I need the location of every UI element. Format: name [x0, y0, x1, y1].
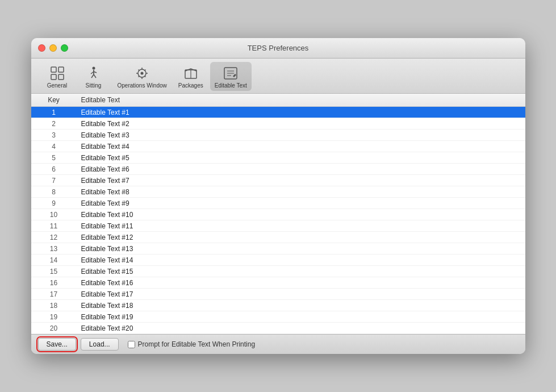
row-key: 9: [31, 199, 77, 207]
editable-text-icon: [221, 64, 240, 82]
table-row[interactable]: 15Editable Text #15: [31, 266, 525, 277]
row-key: 5: [31, 154, 77, 162]
svg-line-18: [145, 70, 146, 71]
row-text: Editable Text #14: [77, 256, 525, 264]
table-row[interactable]: 2Editable Text #2: [31, 118, 525, 130]
table-row[interactable]: 18Editable Text #18: [31, 300, 525, 311]
sitting-label: Sitting: [86, 82, 102, 89]
table-row[interactable]: 1Editable Text #1: [31, 107, 525, 118]
svg-line-19: [139, 76, 140, 77]
row-text: Editable Text #3: [77, 131, 525, 139]
svg-line-9: [94, 74, 96, 78]
prompt-checkbox-group: Prompt for Editable Text When Printing: [128, 340, 256, 348]
sitting-icon: [85, 64, 103, 82]
main-window: TEPS Preferences General: [31, 38, 525, 354]
table-header: Key Editable Text: [31, 94, 525, 107]
toolbar-sitting[interactable]: Sitting: [77, 62, 111, 91]
row-key: 8: [31, 188, 77, 196]
general-icon: [48, 64, 66, 82]
row-key: 11: [31, 222, 77, 230]
svg-line-17: [145, 76, 146, 77]
row-key: 20: [31, 324, 77, 332]
toolbar-general[interactable]: General: [40, 62, 74, 91]
table-body[interactable]: 1Editable Text #12Editable Text #23Edita…: [31, 107, 525, 334]
row-text: Editable Text #2: [77, 120, 525, 128]
row-text: Editable Text #16: [77, 279, 525, 287]
row-text: Editable Text #9: [77, 199, 525, 207]
title-bar: TEPS Preferences: [31, 38, 525, 59]
packages-label: Packages: [178, 82, 203, 89]
svg-line-8: [91, 74, 94, 78]
table-row[interactable]: 16Editable Text #16: [31, 277, 525, 289]
table-row[interactable]: 8Editable Text #8: [31, 186, 525, 198]
row-text: Editable Text #19: [77, 313, 525, 321]
table-row[interactable]: 13Editable Text #13: [31, 243, 525, 255]
load-button[interactable]: Load...: [81, 338, 119, 351]
general-label: General: [47, 82, 68, 89]
row-text: Editable Text #6: [77, 165, 525, 173]
table-row[interactable]: 12Editable Text #12: [31, 232, 525, 243]
row-key: 17: [31, 290, 77, 298]
table-row[interactable]: 10Editable Text #10: [31, 209, 525, 220]
row-key: 18: [31, 302, 77, 310]
table-row[interactable]: 5Editable Text #5: [31, 152, 525, 164]
table-row[interactable]: 20Editable Text #20: [31, 323, 525, 334]
row-text: Editable Text #18: [77, 302, 525, 310]
row-key: 13: [31, 245, 77, 253]
operations-window-icon: [133, 64, 151, 82]
row-key: 4: [31, 143, 77, 151]
table-row[interactable]: 11Editable Text #11: [31, 220, 525, 232]
row-text: Editable Text #4: [77, 143, 525, 151]
row-text: Editable Text #13: [77, 245, 525, 253]
table-row[interactable]: 6Editable Text #6: [31, 164, 525, 175]
svg-point-11: [141, 72, 144, 75]
row-text: Editable Text #10: [77, 211, 525, 219]
table-row[interactable]: 7Editable Text #7: [31, 175, 525, 186]
row-key: 19: [31, 313, 77, 321]
row-key: 1: [31, 109, 77, 116]
row-text: Editable Text #8: [77, 188, 525, 196]
row-text: Editable Text #12: [77, 233, 525, 241]
operations-window-label: Operations Window: [118, 82, 167, 89]
column-text-header: Editable Text: [77, 96, 525, 104]
row-key: 7: [31, 177, 77, 185]
row-text: Editable Text #5: [77, 154, 525, 162]
row-key: 16: [31, 279, 77, 287]
window-controls: [38, 44, 68, 52]
close-button[interactable]: [38, 44, 45, 52]
toolbar: General Sitting: [31, 59, 525, 94]
prompt-checkbox[interactable]: [128, 341, 135, 348]
svg-rect-0: [51, 67, 56, 72]
editable-text-label: Editable Text: [215, 82, 247, 89]
row-key: 14: [31, 256, 77, 264]
minimize-button[interactable]: [49, 44, 57, 52]
row-key: 3: [31, 131, 77, 139]
row-text: Editable Text #1: [77, 109, 525, 116]
table-row[interactable]: 9Editable Text #9: [31, 198, 525, 209]
table-row[interactable]: 19Editable Text #19: [31, 311, 525, 323]
window-title: TEPS Preferences: [248, 44, 309, 52]
maximize-button[interactable]: [61, 44, 68, 52]
table-row[interactable]: 3Editable Text #3: [31, 130, 525, 141]
table-row[interactable]: 14Editable Text #14: [31, 255, 525, 266]
svg-rect-1: [58, 67, 64, 72]
row-key: 12: [31, 233, 77, 241]
toolbar-operations-window[interactable]: Operations Window: [113, 62, 172, 91]
toolbar-editable-text[interactable]: Editable Text: [210, 62, 252, 91]
bottom-bar: Save... Load... Prompt for Editable Text…: [31, 334, 525, 354]
table-row[interactable]: 4Editable Text #4: [31, 141, 525, 152]
row-text: Editable Text #20: [77, 324, 525, 332]
save-button[interactable]: Save...: [38, 338, 76, 351]
table-row[interactable]: 17Editable Text #17: [31, 289, 525, 300]
row-key: 6: [31, 165, 77, 173]
row-key: 2: [31, 120, 77, 128]
svg-rect-3: [58, 74, 64, 80]
row-key: 15: [31, 268, 77, 276]
table-area: Key Editable Text 1Editable Text #12Edit…: [31, 94, 525, 334]
prompt-checkbox-label: Prompt for Editable Text When Printing: [138, 340, 256, 348]
toolbar-packages[interactable]: Packages: [174, 62, 208, 91]
column-key-header: Key: [31, 96, 77, 104]
row-text: Editable Text #15: [77, 268, 525, 276]
svg-marker-26: [233, 74, 236, 77]
row-text: Editable Text #7: [77, 177, 525, 185]
